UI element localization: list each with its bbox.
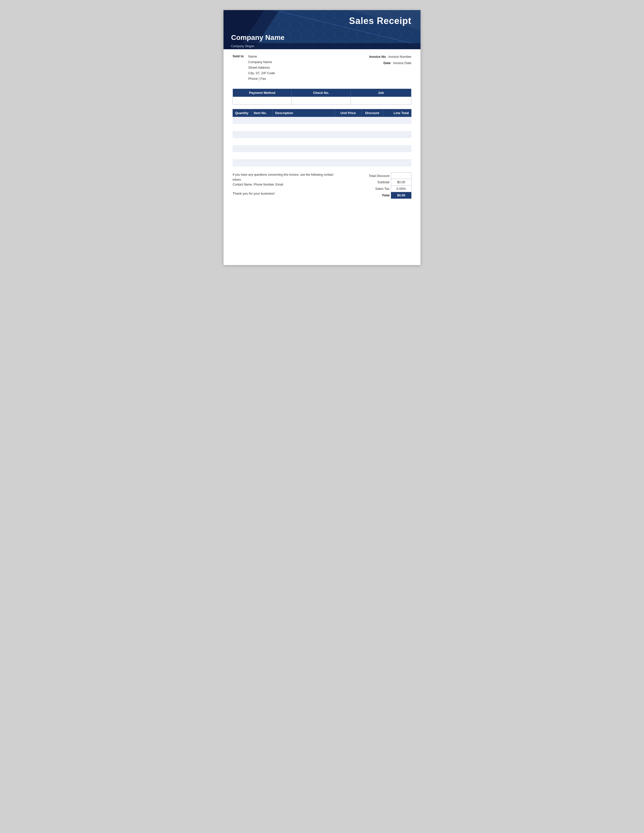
check-no-cell xyxy=(292,97,351,105)
sales-receipt-page: Sales Receipt Company Name Company Sloga… xyxy=(224,10,420,265)
item-cell-1-3 xyxy=(335,124,362,131)
totals-table: Total Discount Subtotal $0.00 Sales Tax … xyxy=(366,172,411,199)
item-cell-3-0 xyxy=(233,138,251,145)
contact-company: Company Name xyxy=(248,60,275,65)
item-cell-5-4 xyxy=(361,152,383,159)
item-cell-6-1 xyxy=(251,159,272,166)
item-cell-3-1 xyxy=(251,138,272,145)
payment-table: Payment Method Check No. Job xyxy=(233,88,411,105)
subtotal-row: Subtotal $0.00 xyxy=(366,179,411,185)
total-discount-label: Total Discount xyxy=(366,173,391,179)
item-cell-1-2 xyxy=(272,124,335,131)
header-banner: Sales Receipt Company Name Company Sloga… xyxy=(224,10,420,49)
company-slogan: Company Slogan xyxy=(231,44,254,48)
footer-note-text: If you have any questions concerning thi… xyxy=(233,173,333,181)
desc-header: Description xyxy=(272,109,335,117)
item-cell-6-0 xyxy=(233,159,251,166)
item-cell-4-5 xyxy=(383,145,411,152)
invoice-no-label: Invoice No xyxy=(369,54,386,60)
tax-value: 0.00% xyxy=(391,185,411,192)
item-row-5 xyxy=(233,152,411,159)
contact-name: Name xyxy=(248,54,275,60)
item-cell-4-2 xyxy=(272,145,335,152)
item-cell-5-0 xyxy=(233,152,251,159)
item-cell-1-0 xyxy=(233,124,251,131)
unitprice-header: Unit Price xyxy=(335,109,362,117)
invoice-no-value: Invoice Number xyxy=(388,54,411,60)
footer-thankyou: Thank you for your business! xyxy=(233,191,341,195)
payment-method-cell xyxy=(233,97,292,105)
item-cell-0-5 xyxy=(383,117,411,124)
invoice-info-block: Invoice No Invoice Number Date Invoice D… xyxy=(369,54,411,82)
job-cell xyxy=(351,97,411,105)
sold-to-block: Sold to Name Company Name Street Address… xyxy=(233,54,275,82)
itemno-header: Item No. xyxy=(251,109,272,117)
item-cell-6-4 xyxy=(361,159,383,166)
item-cell-2-4 xyxy=(361,131,383,138)
item-cell-1-5 xyxy=(383,124,411,131)
item-cell-3-3 xyxy=(335,138,362,145)
item-cell-3-5 xyxy=(383,138,411,145)
grand-total-row: Total $0.00 xyxy=(366,192,411,199)
item-cell-4-1 xyxy=(251,145,272,152)
item-row-6 xyxy=(233,159,411,166)
item-cell-2-2 xyxy=(272,131,335,138)
item-cell-1-4 xyxy=(361,124,383,131)
sold-to-details: Name Company Name Street Address City, S… xyxy=(248,54,275,82)
item-row-1 xyxy=(233,124,411,131)
item-cell-4-0 xyxy=(233,145,251,152)
invoice-date-label: Date xyxy=(384,60,391,66)
item-cell-4-4 xyxy=(361,145,383,152)
item-cell-2-5 xyxy=(383,131,411,138)
invoice-date-row: Date Invoice Date xyxy=(369,60,411,66)
item-row-3 xyxy=(233,138,411,145)
company-name-header: Company Name xyxy=(231,34,285,42)
job-header: Job xyxy=(351,89,411,97)
receipt-title: Sales Receipt xyxy=(349,16,411,26)
item-cell-0-3 xyxy=(335,117,362,124)
slogan-bar: Company Slogan xyxy=(224,43,420,49)
item-row-4 xyxy=(233,145,411,152)
item-cell-6-2 xyxy=(272,159,335,166)
payment-row xyxy=(233,97,411,105)
invoice-number-row: Invoice No Invoice Number xyxy=(369,54,411,60)
info-section: Sold to Name Company Name Street Address… xyxy=(224,49,420,84)
grand-total-label: Total xyxy=(366,192,391,199)
item-row-2 xyxy=(233,131,411,138)
footer-left: If you have any questions concerning thi… xyxy=(233,172,341,195)
contact-street: Street Address xyxy=(248,65,275,71)
footer-section: If you have any questions concerning thi… xyxy=(233,172,411,199)
item-cell-0-4 xyxy=(361,117,383,124)
totals-block: Total Discount Subtotal $0.00 Sales Tax … xyxy=(366,172,411,199)
items-table: Quantity Item No. Description Unit Price… xyxy=(233,109,411,166)
item-row-0 xyxy=(233,117,411,124)
linetotal-header: Line Total xyxy=(383,109,411,117)
item-cell-2-3 xyxy=(335,131,362,138)
total-discount-value xyxy=(391,173,411,179)
footer-note: If you have any questions concerning thi… xyxy=(233,172,341,187)
item-cell-5-1 xyxy=(251,152,272,159)
item-cell-4-3 xyxy=(335,145,362,152)
item-cell-5-5 xyxy=(383,152,411,159)
item-cell-1-1 xyxy=(251,124,272,131)
contact-phone: Phone | Fax xyxy=(248,76,275,82)
qty-header: Quantity xyxy=(233,109,251,117)
check-no-header: Check No. xyxy=(292,89,351,97)
subtotal-value: $0.00 xyxy=(391,179,411,185)
contact-city: City, ST, ZIP Code xyxy=(248,71,275,76)
tax-label: Sales Tax xyxy=(366,185,391,192)
sold-to-label: Sold to xyxy=(233,54,244,82)
item-cell-3-4 xyxy=(361,138,383,145)
item-cell-5-3 xyxy=(335,152,362,159)
item-cell-2-1 xyxy=(251,131,272,138)
subtotal-label: Subtotal xyxy=(366,179,391,185)
payment-method-header: Payment Method xyxy=(233,89,292,97)
item-cell-5-2 xyxy=(272,152,335,159)
tax-row: Sales Tax 0.00% xyxy=(366,185,411,192)
footer-contact: Contact Name, Phone Number, Email xyxy=(233,183,283,186)
item-cell-3-2 xyxy=(272,138,335,145)
discount-header: Discount xyxy=(361,109,383,117)
item-cell-0-1 xyxy=(251,117,272,124)
item-cell-0-2 xyxy=(272,117,335,124)
item-cell-6-5 xyxy=(383,159,411,166)
